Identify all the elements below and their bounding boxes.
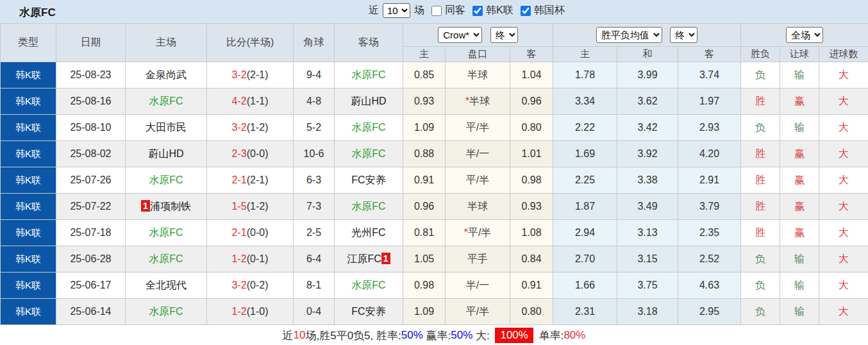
korea-cup-checkbox[interactable] xyxy=(521,6,531,16)
away-team-cell[interactable]: 江原FC1 xyxy=(335,246,403,273)
corner-cell: 0-4 xyxy=(294,299,335,325)
home-team-name[interactable]: 水原FC xyxy=(149,96,183,106)
away-team-cell[interactable]: 水原FC xyxy=(335,141,403,167)
home-team-name[interactable]: 水原FC xyxy=(149,174,183,185)
col-header-home: 主场 xyxy=(126,24,207,62)
date-cell: 25-08-02 xyxy=(56,141,126,167)
ah-line-cell: 半/一 xyxy=(446,141,510,167)
home-team-cell[interactable]: 1浦项制铁 xyxy=(126,194,207,220)
same-venue-checkbox[interactable] xyxy=(431,6,442,16)
home-team-cell[interactable]: 全北现代 xyxy=(126,273,207,299)
col-header-date: 日期 xyxy=(56,24,126,62)
line-text: 平/半 xyxy=(468,227,491,238)
score-cell: 1-2(1-0) xyxy=(207,299,294,325)
home-team-name[interactable]: 全北现代 xyxy=(146,280,187,290)
home-team-cell[interactable]: 水原FC xyxy=(126,88,207,115)
halftime-score: (1-2) xyxy=(247,122,269,133)
away-team-name[interactable]: 水原FC xyxy=(351,122,385,133)
score-cell: 2-1(0-0) xyxy=(207,220,294,246)
korea-cup-label[interactable]: 韩国杯 xyxy=(534,4,565,17)
home-rank-badge: 1 xyxy=(141,200,150,212)
col-header-type: 类型 xyxy=(1,24,56,62)
league-cell: 韩K联 xyxy=(1,88,56,115)
home-team-cell[interactable]: 金泉尚武 xyxy=(126,62,207,88)
eu-away-odds-cell: 2.35 xyxy=(678,220,741,246)
halftime-score: (1-0) xyxy=(247,306,269,317)
recent-count-select[interactable]: 10 xyxy=(383,3,410,18)
europe-time-select[interactable]: 终 xyxy=(670,27,697,43)
away-team-cell[interactable]: 蔚山HD xyxy=(335,88,403,115)
halftime-score: (2-1) xyxy=(247,69,269,80)
eu-draw-odds-cell: 3.15 xyxy=(617,246,678,273)
score-cell: 2-3(0-0) xyxy=(207,141,294,167)
subcol-ah-line: 盘口 xyxy=(446,47,510,62)
away-team-cell[interactable]: 水原FC xyxy=(335,194,403,220)
home-team-cell[interactable]: 水原FC xyxy=(126,299,207,325)
away-team-cell[interactable]: 水原FC xyxy=(335,115,403,141)
score-cell: 3-2(0-2) xyxy=(207,273,294,299)
home-team-name[interactable]: 水原FC xyxy=(149,306,183,317)
scope-select[interactable]: 全场 xyxy=(786,27,823,43)
eu-home-odds-cell: 2.31 xyxy=(553,299,617,325)
ah-home-odds-cell: 0.85 xyxy=(403,62,446,88)
home-team-cell[interactable]: 水原FC xyxy=(126,246,207,273)
away-team-name[interactable]: 蔚山HD xyxy=(351,96,386,106)
ah-away-odds-cell: 0.91 xyxy=(510,273,553,299)
away-team-name[interactable]: 江原FC xyxy=(347,253,381,264)
date-cell: 25-07-22 xyxy=(56,194,126,220)
summary-segment: 赢率: xyxy=(423,328,451,343)
ah-line-cell: 半/一 xyxy=(446,273,510,299)
away-team-name[interactable]: FC安养 xyxy=(351,174,385,185)
eu-home-odds-cell: 1.66 xyxy=(553,273,617,299)
away-team-cell[interactable]: FC安养 xyxy=(335,299,403,325)
eu-home-odds-cell: 1.78 xyxy=(553,62,617,88)
line-text: 平/半 xyxy=(466,174,489,185)
home-team-name[interactable]: 水原FC xyxy=(149,227,183,238)
away-team-name[interactable]: 水原FC xyxy=(351,69,385,80)
league-k-label[interactable]: 韩K联 xyxy=(486,4,513,17)
handicap-result-cell: 赢 xyxy=(780,167,819,194)
handicap-result-cell: 输 xyxy=(780,62,819,88)
away-team-name[interactable]: FC安养 xyxy=(351,306,385,317)
ah-line-cell: *平/半 xyxy=(446,220,510,246)
home-team-name[interactable]: 蔚山HD xyxy=(148,148,183,159)
away-team-name[interactable]: 水原FC xyxy=(351,201,385,212)
home-team-name[interactable]: 水原FC xyxy=(149,253,183,264)
match-table: 类型 日期 主场 比分(半场) 角球 客场 Crow* 终 胜平负均值 终 全场 xyxy=(0,23,868,325)
result-cell: 胜 xyxy=(741,194,780,220)
home-team-cell[interactable]: 大田市民 xyxy=(126,115,207,141)
corner-cell: 10-6 xyxy=(294,141,335,167)
summary-segment: 胜率: xyxy=(376,328,401,343)
table-row: 韩K联 25-07-18 水原FC 2-1(0-0) 2-5 光州FC 0.81… xyxy=(1,220,868,246)
away-team-name[interactable]: 光州FC xyxy=(351,227,385,238)
home-team-cell[interactable]: 蔚山HD xyxy=(126,141,207,167)
home-team-name[interactable]: 金泉尚武 xyxy=(146,69,187,80)
away-rank-badge: 1 xyxy=(381,253,390,264)
eu-home-odds-cell: 2.94 xyxy=(553,220,617,246)
home-team-name[interactable]: 大田市民 xyxy=(146,122,187,133)
line-text: 平/半 xyxy=(466,122,489,133)
line-text: 半球 xyxy=(467,69,488,80)
eu-away-odds-cell: 3.79 xyxy=(678,194,741,220)
away-team-cell[interactable]: 水原FC xyxy=(335,62,403,88)
recent-label: 近 xyxy=(369,4,379,17)
line-text: 半/一 xyxy=(466,280,489,290)
away-team-name[interactable]: 水原FC xyxy=(351,148,385,159)
home-team-cell[interactable]: 水原FC xyxy=(126,220,207,246)
away-team-cell[interactable]: FC安养 xyxy=(335,167,403,194)
away-team-cell[interactable]: 水原FC xyxy=(335,273,403,299)
corner-cell: 9-4 xyxy=(294,62,335,88)
fulltime-score: 1-2 xyxy=(232,253,247,264)
corner-cell: 4-8 xyxy=(294,88,335,115)
odds-company-select[interactable]: Crow* xyxy=(438,27,482,43)
handicap-time-select[interactable]: 终 xyxy=(490,27,518,43)
goals-result-cell: 大 xyxy=(819,220,868,246)
home-team-cell[interactable]: 水原FC xyxy=(126,167,207,194)
away-team-name[interactable]: 水原FC xyxy=(351,280,385,290)
europe-odds-select[interactable]: 胜平负均值 xyxy=(596,27,662,43)
eu-draw-odds-cell: 3.75 xyxy=(617,273,678,299)
home-team-name[interactable]: 浦项制铁 xyxy=(150,201,191,212)
away-team-cell[interactable]: 光州FC xyxy=(335,220,403,246)
same-venue-label[interactable]: 同客 xyxy=(445,4,465,17)
league-k-checkbox[interactable] xyxy=(472,6,483,16)
